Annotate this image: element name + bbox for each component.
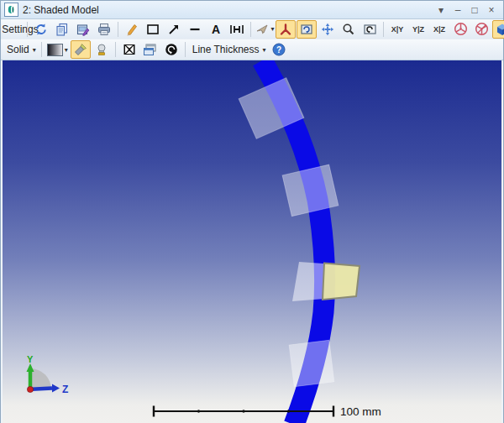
save-picture-button[interactable] — [73, 20, 93, 39]
maximize-button[interactable]: □ — [466, 3, 483, 18]
chevron-down-icon: ▾ — [263, 46, 266, 54]
shaded-model-window: 2: Shaded Model ▾ – □ × Settings — [0, 0, 504, 423]
pan-button[interactable] — [318, 20, 338, 39]
section-marker[interactable] — [289, 340, 334, 386]
view-plane-dropdown-button[interactable]: ▾ — [255, 20, 275, 39]
triad-icon — [279, 23, 292, 36]
plane-xy-label: X|Y — [391, 25, 404, 34]
display-toolbar: Solid ▾ ▾ — [1, 39, 503, 60]
separator — [27, 22, 28, 37]
arrow-tool-icon — [167, 23, 181, 36]
text-height-tool-button[interactable] — [227, 20, 247, 39]
title-bar: 2: Shaded Model ▾ – □ × — [1, 1, 503, 19]
line-thickness-label: Line Thickness — [191, 44, 261, 55]
refresh-icon — [34, 23, 48, 36]
zoom-icon — [342, 23, 355, 36]
spin-lights-icon — [475, 22, 489, 36]
shade-dropdown-button[interactable]: ▾ — [45, 40, 70, 59]
cascade-windows-icon — [143, 43, 157, 56]
scale-bar-label: 100 mm — [340, 405, 381, 418]
plane-icon — [255, 23, 270, 36]
rotate-view-toggle-button[interactable] — [297, 20, 317, 39]
reset-view-button[interactable] — [360, 20, 380, 39]
copy-icon — [55, 23, 69, 36]
model-viewport[interactable]: 100 mm Y Z — [1, 60, 503, 423]
separator — [250, 22, 251, 37]
lamp-button[interactable] — [92, 40, 112, 59]
height-tool-icon — [229, 23, 244, 36]
rotate-view-icon — [300, 23, 313, 36]
flashlight-toggle-button[interactable] — [71, 40, 91, 59]
spin-lights-button[interactable] — [471, 20, 491, 39]
reset-view-icon — [363, 23, 377, 36]
plane-xz-button[interactable]: X|Z — [429, 20, 449, 39]
separator — [41, 42, 42, 57]
chevron-down-icon: ▾ — [33, 46, 36, 54]
save-picture-icon — [76, 23, 90, 36]
separator — [383, 22, 384, 37]
pan-icon — [321, 23, 334, 36]
separator — [115, 42, 116, 57]
rectangle-tool-icon — [146, 23, 160, 36]
rectangle-tool-button[interactable] — [143, 20, 163, 39]
copy-button[interactable] — [52, 20, 72, 39]
main-toolbar: Settings — [1, 19, 503, 39]
text-tool-button[interactable]: A — [206, 20, 226, 39]
shade-swatch-icon — [47, 44, 63, 56]
chevron-down-icon: ▾ — [65, 46, 68, 54]
print-icon — [97, 23, 111, 36]
arrow-tool-button[interactable] — [164, 20, 184, 39]
solid-dropdown-button[interactable]: Solid ▾ — [3, 40, 38, 59]
line-thickness-dropdown-button[interactable]: Line Thickness ▾ — [189, 40, 268, 59]
refresh-button[interactable] — [31, 20, 51, 39]
close-button[interactable]: × — [483, 3, 500, 18]
settings-button[interactable]: Settings — [3, 20, 24, 39]
y-axis-label: Y — [27, 354, 34, 364]
plane-yz-button[interactable]: Y|Z — [408, 20, 428, 39]
plane-xy-button[interactable]: X|Y — [387, 20, 407, 39]
shaded-model-canvas: 100 mm Y Z — [3, 60, 501, 423]
pencil-tool-button[interactable] — [122, 20, 142, 39]
selected-section[interactable] — [323, 264, 360, 300]
pencil-icon — [125, 23, 139, 36]
origin-marker — [27, 386, 33, 392]
print-button[interactable] — [94, 20, 114, 39]
solid-dropdown-label: Solid — [5, 44, 31, 55]
fit-view-button[interactable] — [119, 40, 139, 59]
plane-xz-label: X|Z — [433, 25, 445, 34]
fit-view-icon — [123, 43, 136, 56]
svg-text:?: ? — [276, 45, 281, 55]
text-tool-glyph: A — [212, 23, 220, 36]
minimize-button[interactable]: – — [449, 3, 466, 18]
reset-clock-icon — [165, 43, 178, 56]
chevron-down-icon: ▾ — [271, 25, 275, 33]
plane-yz-label: Y|Z — [412, 25, 424, 34]
shaded-view-toggle-button[interactable] — [492, 20, 504, 39]
shaded-view-icon — [496, 23, 504, 36]
spin-model-icon — [454, 22, 468, 36]
app-icon — [4, 3, 18, 17]
help-button[interactable]: ? — [269, 40, 289, 59]
line-tool-icon — [188, 23, 202, 36]
reset-clock-button[interactable] — [161, 40, 181, 59]
lamp-icon — [95, 43, 108, 56]
help-icon: ? — [272, 43, 286, 56]
zoom-button[interactable] — [339, 20, 359, 39]
window-menu-button[interactable]: ▾ — [433, 3, 449, 18]
flashlight-icon — [74, 43, 87, 56]
triad-toggle-button[interactable] — [276, 20, 296, 39]
separator — [185, 42, 186, 57]
spin-model-button[interactable] — [450, 20, 470, 39]
window-title: 2: Shaded Model — [23, 4, 433, 16]
separator — [118, 22, 118, 37]
line-tool-button[interactable] — [185, 20, 205, 39]
z-axis-label: Z — [62, 384, 68, 395]
cascade-windows-button[interactable] — [140, 40, 160, 59]
